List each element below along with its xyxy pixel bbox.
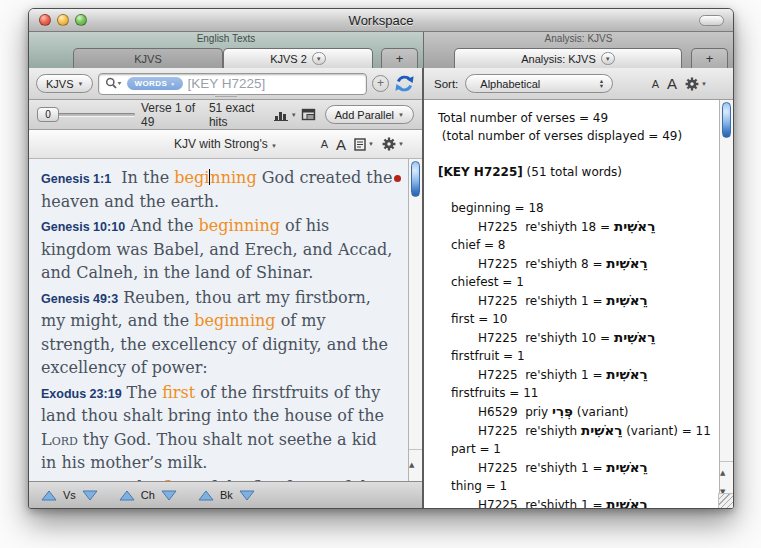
tab-analysis-kjvs[interactable]: Analysis: KJVS ▼ [454,48,682,68]
verse[interactable]: Exodus 34:26The first of the firstfruits… [41,476,394,481]
scrollbar-thumb[interactable] [411,161,420,197]
text-scrollbar[interactable]: ▲ ▼ [408,159,422,481]
analysis-line: firstfruits = 11 [438,384,711,402]
workspace-window: Workspace English Texts KJVS KJVS 2 ▼ + [28,8,734,509]
group-title: Analysis: KJVS [424,32,733,46]
text-settings-icon [354,138,366,151]
toolbar-toggle-button[interactable] [699,15,724,26]
hebrew-word: רֵאשִׁית [614,218,655,234]
bible-text-area[interactable]: Genesis 1:1 In the beginning God created… [29,159,422,481]
minimize-window-button[interactable] [57,14,69,26]
add-search-term-button[interactable]: + [372,75,389,92]
hit-count-label: 51 exact hits [209,101,270,129]
nav-book-label: Bk [220,489,233,501]
verse-text: The [127,383,163,402]
hebrew-word: רֵאשִׁית [606,496,647,508]
analysis-line: (total number of verses displayed = 49) [438,127,711,145]
search-scope-pill[interactable]: WORDS ▼ [127,77,182,90]
verse-reference[interactable]: Genesis 1:1 [41,172,111,186]
pane-resize-handle[interactable] [215,94,237,98]
gear-icon [685,77,699,91]
next-chapter-button[interactable] [161,490,177,501]
analysis-results-area[interactable]: Total number of verses = 49 (total numbe… [424,100,733,508]
analysis-pane: Sort: Alphabetical ▲▼ A A [424,68,733,508]
details-workspace-button[interactable] [301,108,317,122]
nav-verse: Vs [41,489,98,501]
close-window-button[interactable] [39,14,51,26]
chevron-down-icon: ▼ [271,143,277,149]
tab-kjvs-2[interactable]: KJVS 2 ▼ [223,48,373,68]
hit-word: first [162,383,195,402]
chevron-down-icon: ▼ [78,81,84,87]
scrollbar-thumb[interactable] [722,102,731,138]
increase-font-button[interactable]: A [667,75,677,92]
actions-menu-button[interactable]: ▼ [685,77,707,91]
verse[interactable]: Exodus 23:19The first of the firstfruits… [41,381,394,475]
nav-chapter: Ch [119,489,177,501]
analysis-line [438,181,711,199]
search-query-text: [KEY H7225] [188,76,266,91]
hit-word: nning [210,168,256,187]
nav-chapter-label: Ch [141,489,155,501]
scroll-up-arrow[interactable]: ▲ [720,469,725,477]
hebrew-word: רֵאשִׁית [581,422,622,438]
verse-text: The [127,478,163,481]
decrease-font-button[interactable]: A [321,138,328,150]
add-parallel-button[interactable]: Add Parallel ▼ [325,105,414,124]
chevron-down-icon: ▼ [170,81,175,87]
previous-chapter-button[interactable] [119,490,135,501]
verse-reference[interactable]: Genesis 49:3 [41,292,118,306]
decrease-font-button[interactable]: A [652,78,659,90]
previous-verse-button[interactable] [41,490,57,501]
plus-icon: + [377,76,384,90]
analysis-line: H7225 re'shiyth רֵאשִׁית = 1 [438,365,711,384]
reference-marker-dot[interactable] [394,175,401,182]
tab-menu-button[interactable]: ▼ [312,52,326,65]
increase-font-button[interactable]: A [336,136,346,153]
next-book-button[interactable] [239,490,255,501]
title-bar[interactable]: Workspace [29,9,733,32]
analysis-line: first = 10 [438,310,711,328]
verse[interactable]: Genesis 49:3Reuben, thou art my firstbor… [41,286,394,380]
previous-book-button[interactable] [198,490,214,501]
tab-kjvs[interactable]: KJVS [73,48,223,68]
analysis-graph-button[interactable]: ▼ [274,108,297,121]
verse-slider[interactable]: 0 [37,107,137,122]
update-search-icon[interactable] [394,73,415,94]
search-bar: KJVS ▼ WORDS ▼ [KEY H7225] [29,68,422,100]
resize-grip[interactable] [718,493,733,508]
verse-text: And the [130,216,198,235]
verse[interactable]: Genesis 10:10And the beginning of his ki… [41,214,394,285]
text-display-header: KJV with Strong's ▼ A A [29,130,422,159]
group-english-texts: English Texts KJVS KJVS 2 ▼ + [29,32,424,68]
next-verse-button[interactable] [82,490,98,501]
hit-word: first [162,478,195,481]
add-tab-button[interactable]: + [381,48,418,68]
zoom-window-button[interactable] [75,14,87,26]
scrollbar-arrows: ▲ ▼ [409,449,422,481]
display-settings-button[interactable]: ▼ [354,138,374,151]
verse-reference[interactable]: Exodus 23:19 [41,387,122,401]
scroll-up-arrow[interactable]: ▲ [409,461,414,469]
analysis-line [438,145,711,163]
analysis-line: H7225 re'shiyth רֵאשִׁית = 10 [438,328,711,347]
verse-reference[interactable]: Genesis 10:10 [41,220,125,234]
verse-text: of the firstfruits of thy land thou shal… [41,478,389,481]
analysis-line: chiefest = 1 [438,273,711,291]
hebrew-word: רֵאשִׁית [606,255,647,271]
search-input[interactable]: WORDS ▼ [KEY H7225] [98,73,367,95]
module-selector-button[interactable]: KJVS ▼ [36,74,93,93]
add-tab-button[interactable]: + [691,48,728,68]
tab-menu-button[interactable]: ▼ [601,52,615,65]
scope-label: WORDS [134,79,167,88]
actions-menu-button[interactable]: ▼ [382,137,404,151]
plus-icon: + [706,51,714,66]
sort-dropdown[interactable]: Alphabetical ▲▼ [465,74,613,93]
analysis-line: [KEY H7225] (51 total words) [438,163,711,181]
search-icon[interactable] [105,77,122,90]
analysis-scrollbar[interactable]: ▲ ▼ [719,100,733,493]
verse[interactable]: Genesis 1:1 In the beginning God created… [41,166,394,213]
module-label: KJVS [46,78,74,90]
slider-thumb[interactable]: 0 [37,107,59,122]
main-content: KJVS ▼ WORDS ▼ [KEY H7225] [29,68,733,508]
